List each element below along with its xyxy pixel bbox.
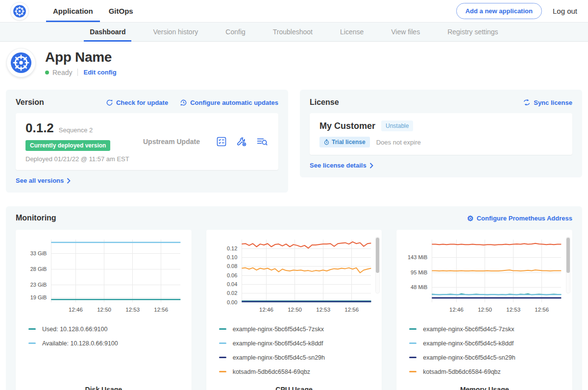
charts-row: 19 GiB23 GiB28 GiB33 GiB12:4612:5012:531…: [16, 230, 572, 390]
svg-text:0.00: 0.00: [227, 299, 237, 305]
see-license-details-label: See license details: [310, 162, 367, 169]
legend-label: Available: 10.128.0.66:9100: [42, 340, 118, 347]
license-card: License Sync license My Customer Unstabl…: [300, 90, 582, 177]
tab-gitops[interactable]: GitOps: [101, 0, 141, 22]
view-diff-icon[interactable]: [256, 136, 269, 147]
subnav-troubleshoot[interactable]: Troubleshoot: [259, 23, 326, 41]
cpu-usage-legend: example-nginx-5bc6f5d4c5-7zskxexample-ng…: [219, 322, 377, 382]
kubernetes-logo-icon[interactable]: [11, 2, 28, 20]
legend-item: Used: 10.128.0.66:9100: [28, 322, 187, 336]
see-license-details-link[interactable]: See license details: [310, 162, 373, 169]
legend-item: example-nginx-5bc6f5d4c5-k8ddf: [219, 336, 377, 350]
legend-label: example-nginx-5bc6f5d4c5-7zskx: [423, 326, 514, 333]
svg-text:0.02: 0.02: [227, 290, 237, 296]
svg-text:12:46: 12:46: [259, 307, 273, 313]
sequence-label: Sequence 2: [59, 126, 93, 134]
legend-label: example-nginx-5bc6f5d4c5-sn29h: [233, 354, 325, 361]
memory-usage-chart: 48 MiB95 MiB143 MiB12:4612:5012:5312:56: [401, 236, 567, 315]
legend-item: example-nginx-5bc6f5d4c5-7zskx: [409, 322, 567, 336]
status-dot: [45, 71, 49, 74]
subnav-view-files[interactable]: View files: [377, 23, 434, 41]
chart-title: Disk Usage: [21, 386, 187, 390]
svg-text:12:53: 12:53: [316, 307, 330, 313]
svg-text:0.06: 0.06: [227, 272, 237, 278]
sub-nav: Dashboard Version history Config Trouble…: [0, 22, 588, 42]
top-nav: Application GitOps Add a new application…: [0, 0, 588, 22]
logout-button[interactable]: Log out: [553, 7, 577, 15]
svg-text:48 MiB: 48 MiB: [411, 284, 427, 290]
svg-text:143 MiB: 143 MiB: [408, 254, 427, 260]
sync-license-link[interactable]: Sync license: [523, 99, 572, 106]
deployed-timestamp: Deployed 01/21/22 @ 11:57 am EST: [25, 155, 143, 163]
svg-text:12:50: 12:50: [97, 307, 111, 313]
check-for-update-label: Check for update: [116, 99, 168, 106]
legend-item: example-nginx-5bc6f5d4c5-sn29h: [219, 350, 377, 365]
see-all-versions-link[interactable]: See all versions: [16, 177, 71, 184]
cpu-usage-chart: 0.000.020.040.060.080.100.1212:4612:5012…: [211, 236, 377, 315]
stopwatch-icon: [324, 139, 329, 145]
svg-text:19 GiB: 19 GiB: [30, 294, 47, 300]
monitoring-section: Monitoring ⚙ Configure Prometheus Addres…: [6, 206, 582, 390]
sync-license-label: Sync license: [534, 99, 572, 106]
legend-color-dash: [219, 328, 226, 330]
configure-automatic-updates-link[interactable]: Configure automatic updates: [180, 99, 278, 106]
chart-title: Memory Usage: [401, 386, 567, 390]
subnav-config[interactable]: Config: [212, 23, 259, 41]
legend-scrollbar-track[interactable]: [375, 237, 380, 293]
svg-text:12:53: 12:53: [507, 307, 521, 313]
legend-scrollbar-track[interactable]: [566, 237, 570, 293]
svg-text:33 GiB: 33 GiB: [30, 250, 47, 256]
divider: [77, 69, 78, 76]
edit-config-link[interactable]: Edit config: [83, 69, 116, 76]
svg-text:12:56: 12:56: [535, 307, 549, 313]
add-application-button[interactable]: Add a new application: [456, 3, 542, 19]
legend-item: kotsadm-5db6dc6584-69qbz: [409, 365, 567, 379]
svg-text:28 GiB: 28 GiB: [30, 266, 47, 272]
legend-color-dash: [28, 342, 36, 344]
svg-text:0.08: 0.08: [227, 263, 237, 269]
app-icon: [7, 49, 35, 77]
legend-label: example-nginx-5bc6f5d4c5-k8ddf: [233, 340, 323, 347]
subnav-dashboard[interactable]: Dashboard: [76, 23, 139, 41]
legend-color-dash: [219, 371, 226, 372]
legend-color-dash: [28, 328, 36, 330]
svg-text:0.10: 0.10: [227, 254, 237, 260]
legend-scrollbar-thumb[interactable]: [376, 238, 379, 273]
topnav-tabs: Application GitOps: [45, 0, 141, 22]
clock-refresh-icon: [180, 99, 187, 106]
svg-text:12:53: 12:53: [125, 307, 140, 313]
preflight-checks-icon[interactable]: [216, 136, 227, 147]
legend-label: example-nginx-5bc6f5d4c5-k8ddf: [423, 340, 514, 347]
svg-text:0.04: 0.04: [227, 281, 237, 287]
check-for-update-link[interactable]: Check for update: [106, 99, 168, 106]
legend-scrollbar-thumb[interactable]: [566, 238, 570, 273]
page-title: App Name: [45, 49, 117, 65]
currently-deployed-badge: Currently deployed version: [25, 140, 110, 151]
refresh-icon: [106, 99, 113, 106]
chevron-right-icon: [369, 163, 373, 169]
svg-text:12:50: 12:50: [288, 307, 302, 313]
svg-text:12:46: 12:46: [449, 307, 464, 313]
subnav-license[interactable]: License: [326, 23, 377, 41]
svg-text:12:50: 12:50: [478, 307, 492, 313]
customer-name: My Customer: [319, 121, 375, 131]
gear-icon: ⚙: [467, 215, 473, 222]
legend-color-dash: [409, 342, 416, 344]
see-all-versions-label: See all versions: [16, 177, 64, 184]
legend-color-dash: [409, 371, 416, 372]
chevron-right-icon: [67, 178, 71, 184]
subnav-registry-settings[interactable]: Registry settings: [434, 23, 512, 41]
license-box: My Customer Unstable Trial license Does …: [310, 113, 572, 155]
svg-text:12:46: 12:46: [69, 307, 83, 313]
tab-application[interactable]: Application: [45, 0, 101, 22]
config-wrench-icon[interactable]: [236, 136, 247, 147]
subnav-version-history[interactable]: Version history: [139, 23, 212, 41]
configure-automatic-updates-label: Configure automatic updates: [190, 99, 278, 106]
version-number: 0.1.2: [25, 121, 54, 136]
legend-item: example-nginx-5bc6f5d4c5-7zskx: [219, 322, 377, 336]
current-version-box: 0.1.2 Sequence 2 Currently deployed vers…: [16, 113, 278, 170]
disk-usage-card: 19 GiB23 GiB28 GiB33 GiB12:4612:5012:531…: [16, 230, 192, 390]
kubernetes-wheel-icon: [13, 4, 26, 18]
configure-prometheus-link[interactable]: ⚙ Configure Prometheus Address: [467, 215, 572, 222]
legend-label: example-nginx-5bc6f5d4c5-7zskx: [233, 326, 324, 333]
